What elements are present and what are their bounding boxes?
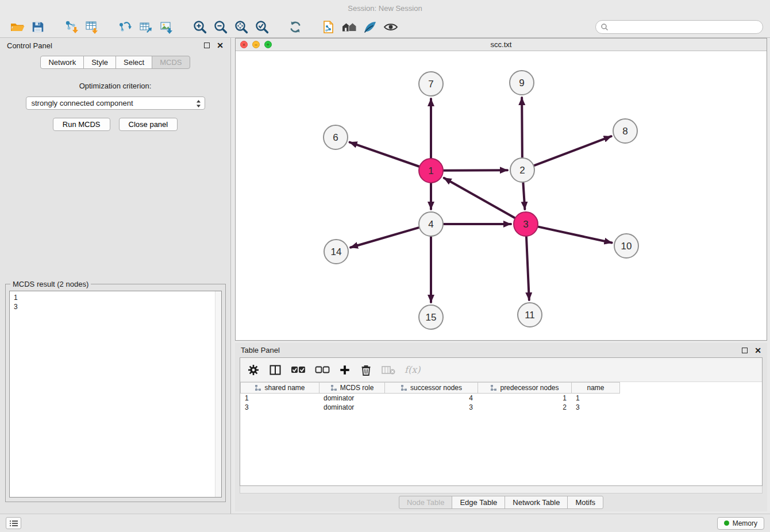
- minimize-window-button[interactable]: −: [252, 41, 260, 48]
- column-header-successor-nodes[interactable]: successor nodes: [384, 383, 478, 393]
- open-button[interactable]: [7, 18, 28, 36]
- tab-motifs[interactable]: Motifs: [567, 496, 603, 509]
- criterion-dropdown[interactable]: strongly connected component: [26, 97, 205, 110]
- export-table-button[interactable]: [136, 18, 156, 36]
- graph-edge-3-10[interactable]: [538, 227, 611, 243]
- cell-successor-nodes[interactable]: 3: [384, 403, 478, 411]
- graph-node-label-15: 15: [426, 312, 437, 323]
- table-row[interactable]: 1 dominator 4 1 1: [240, 394, 762, 403]
- table-panel-title: Table Panel: [241, 346, 742, 354]
- tab-network[interactable]: Network: [40, 56, 84, 69]
- tab-node-table[interactable]: Node Table: [399, 496, 453, 509]
- tab-mcds[interactable]: MCDS: [152, 56, 190, 69]
- delete-row-button[interactable]: [360, 364, 372, 376]
- table-settings-button[interactable]: [247, 364, 260, 376]
- cell-predecessor-nodes[interactable]: 1: [478, 394, 571, 402]
- function-builder-button[interactable]: f(x): [405, 364, 420, 375]
- tab-network-table[interactable]: Network Table: [505, 496, 568, 509]
- table-row[interactable]: 3 dominator 3 2 3: [240, 403, 762, 412]
- column-header-predecessor-nodes[interactable]: predecessor nodes: [478, 383, 571, 393]
- column-header-mcds-role[interactable]: MCDS role: [319, 383, 384, 393]
- close-panel-button[interactable]: Close panel: [119, 118, 178, 131]
- import-table-icon: [84, 20, 99, 34]
- hierarchy-icon: [330, 384, 337, 391]
- first-neighbors-icon: [341, 20, 357, 34]
- import-network-button[interactable]: [61, 18, 82, 36]
- zoom-in-icon: [192, 20, 207, 34]
- cell-name[interactable]: 3: [571, 403, 619, 411]
- graph-edge-1-2[interactable]: [444, 170, 507, 171]
- graph-edge-1-6[interactable]: [350, 142, 419, 167]
- column-header-name[interactable]: name: [571, 383, 619, 393]
- cell-predecessor-nodes[interactable]: 2: [478, 403, 571, 411]
- network-window-title: scc.txt: [491, 40, 512, 49]
- task-history-button[interactable]: [6, 517, 21, 529]
- network-canvas[interactable]: 7968124314101511: [236, 51, 767, 341]
- cell-mcds-role[interactable]: dominator: [319, 403, 384, 411]
- graph-edge-4-14[interactable]: [351, 228, 419, 248]
- zoom-fit-button[interactable]: [231, 18, 252, 36]
- traffic-lights: × − +: [240, 41, 272, 48]
- show-hide-button[interactable]: [380, 18, 401, 36]
- show-columns-button[interactable]: [269, 364, 282, 376]
- dropdown-stepper-icon: [196, 99, 201, 108]
- float-table-panel-icon[interactable]: [742, 348, 748, 353]
- graph-node-label-7: 7: [428, 79, 433, 90]
- export-network-button[interactable]: [115, 18, 136, 36]
- cell-shared-name[interactable]: 1: [240, 394, 319, 402]
- unselect-all-button[interactable]: [315, 365, 330, 375]
- table-panel-tabs: Node Table Edge Table Network Table Moti…: [235, 496, 767, 509]
- search-input[interactable]: [611, 23, 758, 31]
- table-horizontal-scrollbar[interactable]: [240, 486, 763, 494]
- graph-node-label-1: 1: [428, 165, 433, 176]
- cell-name[interactable]: 1: [571, 394, 619, 402]
- delete-column-button[interactable]: [382, 365, 395, 375]
- select-all-button[interactable]: [291, 365, 306, 375]
- tab-style[interactable]: Style: [83, 56, 116, 69]
- network-window-titlebar: × − + scc.txt: [236, 38, 767, 51]
- import-network-icon: [64, 20, 79, 34]
- graph-node-label-4: 4: [428, 219, 433, 230]
- run-mcds-button[interactable]: Run MCDS: [53, 118, 110, 131]
- zoom-selected-button[interactable]: [252, 18, 272, 36]
- optimization-criterion-label: Optimization criterion:: [0, 82, 230, 90]
- graph-edge-2-8[interactable]: [534, 136, 611, 165]
- export-network-icon: [118, 20, 133, 34]
- graph-edge-3-11[interactable]: [526, 237, 529, 300]
- zoom-in-button[interactable]: [190, 18, 210, 36]
- cell-successor-nodes[interactable]: 4: [384, 394, 478, 402]
- close-table-panel-icon[interactable]: ✕: [754, 346, 761, 355]
- tab-select[interactable]: Select: [116, 56, 152, 69]
- import-table-button[interactable]: [82, 18, 102, 36]
- control-panel-tabs: Network Style Select MCDS: [0, 56, 230, 69]
- table-toolbar: f(x): [240, 358, 762, 382]
- graph-edge-3-1[interactable]: [444, 178, 515, 218]
- graph-node-label-3: 3: [523, 219, 528, 230]
- float-panel-icon[interactable]: [204, 43, 210, 48]
- refresh-button[interactable]: [285, 18, 306, 36]
- result-scrollbar[interactable]: [215, 291, 221, 497]
- network-file-button[interactable]: [318, 18, 339, 36]
- cell-mcds-role[interactable]: dominator: [319, 394, 384, 402]
- graph-edge-2-9[interactable]: [522, 98, 522, 157]
- search-box[interactable]: [595, 20, 763, 34]
- close-window-button[interactable]: ×: [240, 41, 248, 48]
- zoom-out-button[interactable]: [210, 18, 231, 36]
- add-column-button[interactable]: [339, 364, 351, 376]
- memory-button[interactable]: Memory: [717, 517, 764, 530]
- mcds-result-list[interactable]: 1 3: [9, 291, 222, 498]
- graph-node-label-14: 14: [331, 246, 342, 257]
- hierarchy-icon: [490, 384, 497, 391]
- close-panel-icon[interactable]: ✕: [217, 41, 224, 50]
- refresh-icon: [288, 20, 303, 34]
- zoom-selected-icon: [255, 20, 270, 34]
- export-image-button[interactable]: [156, 18, 177, 36]
- cell-shared-name[interactable]: 3: [240, 403, 319, 411]
- first-neighbors-button[interactable]: [339, 18, 360, 36]
- save-button[interactable]: [28, 18, 48, 36]
- zoom-window-button[interactable]: +: [264, 41, 272, 48]
- column-header-shared-name[interactable]: shared name: [240, 383, 319, 393]
- graph-edge-2-3[interactable]: [523, 183, 525, 209]
- apply-style-button[interactable]: [360, 18, 380, 36]
- tab-edge-table[interactable]: Edge Table: [452, 496, 505, 509]
